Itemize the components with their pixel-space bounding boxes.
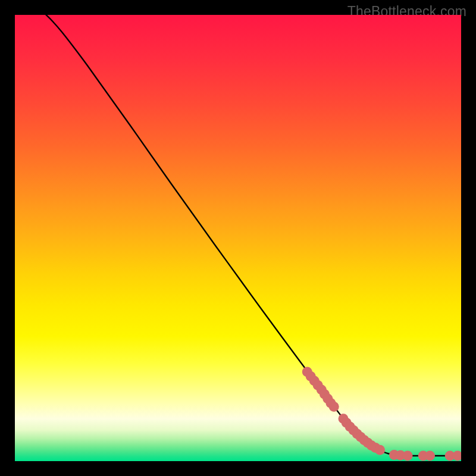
data-dot bbox=[375, 445, 385, 455]
chart-background bbox=[15, 15, 461, 461]
data-dot bbox=[403, 451, 413, 461]
bottleneck-chart bbox=[15, 15, 461, 461]
data-dot bbox=[329, 402, 339, 412]
data-dot bbox=[425, 451, 435, 461]
chart-frame: TheBottleneck.com bbox=[0, 0, 476, 476]
